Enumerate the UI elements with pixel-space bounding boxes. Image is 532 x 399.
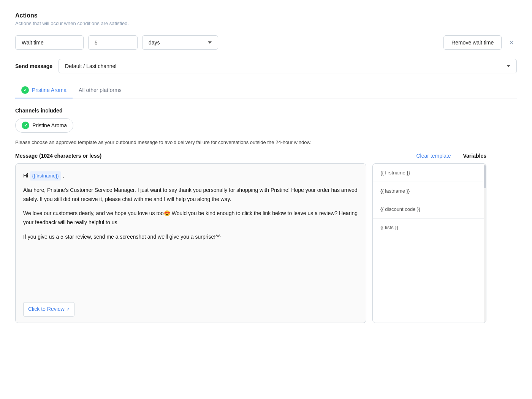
platform-tabs: ✓ Pristine Aroma All other platforms (15, 82, 517, 98)
external-link-icon: ↗ (66, 306, 70, 313)
whatsapp-icon: ✓ (21, 86, 29, 94)
tab-pristine-aroma[interactable]: ✓ Pristine Aroma (15, 82, 73, 98)
whatsapp-channel-icon: ✓ (22, 122, 29, 129)
message-header: Message (1024 characters or less) Clear … (15, 153, 486, 159)
close-button[interactable]: × (506, 37, 517, 49)
click-to-review-label: Click to Review (28, 305, 65, 314)
tab-all-other-platforms[interactable]: All other platforms (73, 83, 128, 98)
message-editor[interactable]: Hi {{firstname}} , Alia here, Pristine's… (15, 163, 366, 323)
variable-item-lastname[interactable]: {{ lastname }} (373, 182, 486, 200)
send-message-select[interactable]: Default / Last channel (59, 59, 517, 73)
wait-time-number-input[interactable]: 5 (88, 35, 138, 50)
remove-wait-time-button[interactable]: Remove wait time (443, 35, 502, 50)
channels-title: Channels included (15, 108, 517, 114)
tab-all-other-platforms-label: All other platforms (79, 87, 122, 93)
wait-time-row: Wait time 5 days Remove wait time × (15, 35, 517, 50)
scrollbar-thumb[interactable] (484, 165, 486, 188)
message-para4: If you give us a 5-star review, send me … (23, 233, 358, 242)
send-message-select-value: Default / Last channel (65, 63, 116, 69)
wait-time-unit-select[interactable]: days (142, 35, 218, 50)
tab-pristine-aroma-label: Pristine Aroma (32, 87, 66, 93)
variable-item-firstname[interactable]: {{ firstname }} (373, 164, 486, 182)
chevron-down-icon (507, 65, 510, 67)
channels-section: Channels included ✓ Pristine Aroma (15, 108, 517, 139)
section-header: Actions Actions that will occur when con… (15, 12, 517, 26)
firstname-variable: {{firstname}} (30, 171, 61, 180)
page-container: Actions Actions that will occur when con… (0, 0, 532, 399)
message-label: Message (1024 characters or less) (15, 153, 101, 159)
clear-template-button[interactable]: Clear template (416, 153, 451, 159)
channel-chip: ✓ Pristine Aroma (15, 118, 73, 133)
info-text: Please choose an approved template as yo… (15, 139, 357, 147)
scrollbar-track (484, 164, 486, 323)
send-message-row: Send message Default / Last channel (15, 59, 517, 73)
message-line1: Hi {{firstname}} , (23, 171, 358, 180)
section-subtitle: Actions that will occur when conditions … (15, 21, 517, 26)
wait-time-label: Wait time (15, 35, 84, 50)
click-to-review-link[interactable]: Click to Review ↗ (23, 302, 74, 317)
variables-panel: {{ firstname }} {{ lastname }} {{ discou… (372, 163, 486, 323)
message-actions: Clear template Variables (416, 153, 486, 159)
chevron-down-icon (208, 41, 212, 44)
variable-item-discount-code[interactable]: {{ discount code }} (373, 200, 486, 218)
message-para2: Alia here, Pristine's Customer Service M… (23, 186, 358, 204)
send-message-label: Send message (15, 63, 52, 69)
message-para3: We love our customers dearly, and we hop… (23, 209, 358, 227)
variables-label: Variables (463, 153, 487, 159)
section-title: Actions (15, 12, 517, 19)
message-content-row: Hi {{firstname}} , Alia here, Pristine's… (15, 163, 486, 323)
channel-chip-label: Pristine Aroma (32, 122, 67, 128)
variable-item-lists[interactable]: {{ lists }} (373, 218, 486, 236)
